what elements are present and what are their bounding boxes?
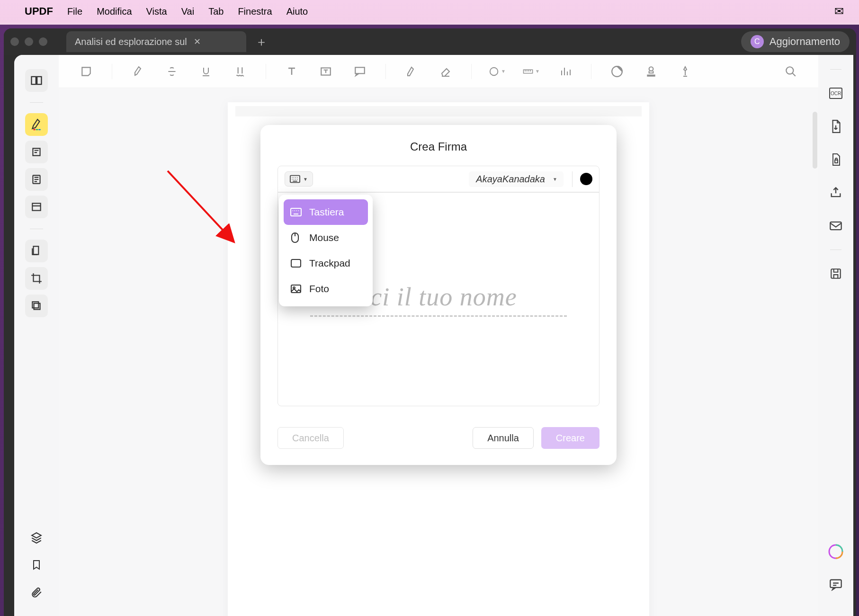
chevron-down-icon: ▼: [553, 177, 557, 182]
dialog-title: Crea Firma: [277, 140, 600, 153]
input-method-button[interactable]: ▼: [285, 171, 313, 187]
macos-menubar: UPDF File Modifica Vista Vai Tab Finestr…: [0, 0, 859, 23]
menu-edit[interactable]: Modifica: [97, 6, 132, 17]
maximize-window-button[interactable]: [39, 37, 47, 46]
email-button[interactable]: [826, 216, 845, 235]
left-sidebar: [14, 55, 59, 616]
font-dropdown[interactable]: AkayaKanadaka ▼: [469, 171, 564, 187]
method-label: Trackpad: [309, 258, 350, 269]
method-option-photo[interactable]: Foto: [284, 276, 368, 302]
window-tabbar: Analisi ed esplorazione sul ✕ ＋ C Aggior…: [4, 28, 856, 55]
update-button[interactable]: C Aggiornamento: [741, 31, 850, 52]
method-label: Tastiera: [309, 206, 344, 218]
svg-rect-21: [835, 160, 838, 163]
new-tab-button[interactable]: ＋: [253, 33, 270, 50]
ai-assistant-button[interactable]: [826, 542, 845, 561]
highlight-tool[interactable]: [25, 113, 48, 136]
svg-rect-15: [291, 259, 301, 267]
edit-text-tool[interactable]: [25, 141, 48, 163]
menu-file[interactable]: File: [67, 6, 82, 17]
app-name[interactable]: UPDF: [25, 5, 53, 18]
svg-rect-24: [830, 580, 841, 588]
ocr-button[interactable]: OCR: [826, 84, 845, 103]
user-avatar: C: [751, 35, 764, 48]
attachment-tool[interactable]: [25, 581, 48, 604]
content-area: ▼ ▼: [14, 55, 853, 616]
tab-close-button[interactable]: ✕: [194, 36, 201, 47]
separator: [830, 250, 841, 250]
font-name-label: AkayaKanadaka: [476, 174, 545, 184]
signature-baseline: [310, 315, 567, 317]
protect-button[interactable]: [826, 150, 845, 169]
keyboard-icon: [290, 175, 300, 183]
font-select-group: AkayaKanadaka ▼: [469, 171, 573, 187]
svg-rect-22: [830, 222, 841, 230]
method-option-trackpad[interactable]: Trackpad: [284, 250, 368, 276]
svg-rect-1: [32, 203, 40, 210]
mouse-icon: [290, 232, 303, 243]
menubar-tray-icon[interactable]: ✉: [834, 5, 849, 18]
menu-help[interactable]: Aiuto: [286, 6, 308, 17]
create-button[interactable]: Creare: [541, 427, 600, 449]
image-icon: [290, 284, 303, 294]
method-label: Foto: [309, 283, 329, 295]
svg-rect-16: [291, 285, 301, 293]
minimize-window-button[interactable]: [25, 37, 33, 46]
dialog-actions: Cancella Annulla Creare: [277, 427, 600, 449]
close-window-button[interactable]: [10, 37, 19, 46]
window-controls: [10, 37, 47, 46]
separator: [30, 102, 43, 103]
bookmark-tool[interactable]: [25, 554, 48, 576]
menu-tab[interactable]: Tab: [208, 6, 224, 17]
svg-rect-13: [291, 208, 301, 216]
svg-rect-2: [34, 246, 39, 254]
create-signature-dialog: Crea Firma ▼ AkayaKanadaka ▼: [260, 125, 617, 465]
separator: [30, 229, 43, 229]
organize-tool[interactable]: [25, 240, 48, 262]
right-sidebar: OCR: [818, 55, 853, 616]
layers-tool[interactable]: [25, 526, 48, 549]
tab-title: Analisi ed esplorazione sul: [75, 36, 187, 47]
method-option-mouse[interactable]: Mouse: [284, 225, 368, 250]
menu-go[interactable]: Vai: [181, 6, 194, 17]
crop-tool[interactable]: [25, 267, 48, 290]
cancel-button[interactable]: Annulla: [473, 427, 534, 449]
copy-tool[interactable]: [25, 295, 48, 317]
chevron-down-icon: ▼: [303, 177, 308, 182]
export-button[interactable]: [826, 117, 845, 136]
page-tool[interactable]: [25, 168, 48, 191]
menu-window[interactable]: Finestra: [238, 6, 272, 17]
reader-tool[interactable]: [25, 69, 48, 92]
update-label: Aggiornamento: [770, 36, 840, 48]
menu-view[interactable]: Vista: [146, 6, 167, 17]
app-window: Analisi ed esplorazione sul ✕ ＋ C Aggior…: [4, 28, 856, 616]
input-method-dropdown: Tastiera Mouse: [279, 195, 373, 306]
document-tab[interactable]: Analisi ed esplorazione sul ✕: [66, 31, 246, 52]
svg-text:OCR: OCR: [831, 91, 841, 96]
color-picker[interactable]: [580, 173, 592, 185]
desktop-background: Analisi ed esplorazione sul ✕ ＋ C Aggior…: [0, 25, 859, 616]
svg-rect-4: [32, 302, 38, 308]
comment-button[interactable]: [826, 575, 845, 594]
trackpad-icon: [290, 259, 303, 268]
main-panel: ▼ ▼: [59, 55, 818, 616]
separator: [830, 69, 841, 70]
keyboard-icon: [290, 208, 303, 216]
save-button[interactable]: [826, 264, 845, 283]
svg-rect-23: [831, 269, 841, 278]
method-option-keyboard[interactable]: Tastiera: [284, 199, 368, 225]
signature-panel: ▼ AkayaKanadaka ▼: [277, 166, 600, 406]
signature-toolbar: ▼ AkayaKanadaka ▼: [278, 166, 599, 193]
method-label: Mouse: [309, 232, 339, 243]
svg-rect-3: [34, 304, 40, 310]
form-tool[interactable]: [25, 196, 48, 218]
clear-button[interactable]: Cancella: [277, 427, 344, 449]
share-button[interactable]: [826, 183, 845, 202]
